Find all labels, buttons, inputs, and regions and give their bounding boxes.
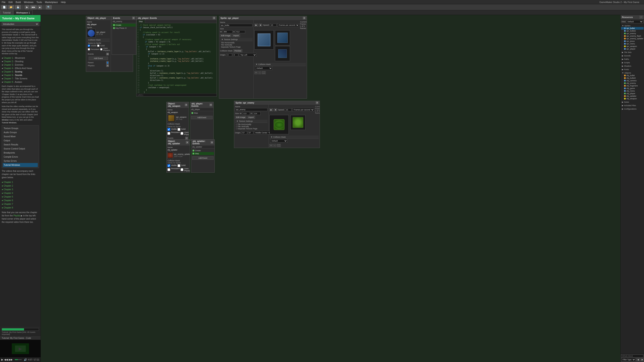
obj-splatter-physics[interactable]: [180, 167, 183, 172]
res-item-spr-weapon[interactable]: spr_weapon: [621, 45, 644, 48]
sprite-enemy-close[interactable]: ✕: [316, 101, 318, 104]
res-obj-bullet[interactable]: obj_bullet: [621, 74, 644, 77]
obj-weapon-persistent[interactable]: [168, 131, 170, 136]
chapter-link-6[interactable]: ● Chapter 6: [2, 199, 13, 202]
sprite-w-input[interactable]: [223, 30, 232, 33]
menu-marketplace[interactable]: Marketplace: [45, 1, 58, 3]
window-item-source-control[interactable]: Source Control Output: [3, 147, 38, 151]
menu-windows[interactable]: Windows: [24, 1, 34, 3]
sprite-enemy-edit[interactable]: Edit Image: [235, 116, 246, 119]
sprite-enemy-speed[interactable]: [285, 108, 292, 111]
events-settings-btn[interactable]: ⚙: [106, 53, 109, 55]
sprite-enemy-h[interactable]: [253, 112, 260, 115]
tab-workspace1[interactable]: Workspace 1: [13, 10, 33, 15]
res-shaders-header[interactable]: ▶ Shaders: [621, 65, 644, 67]
res-find-next[interactable]: ▶: [640, 358, 644, 361]
event-splatter-create[interactable]: Create: [192, 149, 214, 152]
chapter-link-2[interactable]: ● Chapter 2: [2, 185, 13, 187]
res-item-spr-bullet2[interactable]: spr_bullet2: [621, 29, 644, 32]
sprite-enemy-fps[interactable]: Frames per second: [292, 108, 314, 111]
code-editor-close[interactable]: ✕: [213, 17, 215, 19]
res-notes-header[interactable]: ▶ Notes: [621, 101, 644, 103]
chapter-link-3[interactable]: ● Chapter 3: [2, 188, 13, 191]
obj-weapon-physics[interactable]: [180, 131, 183, 136]
res-obj-camera[interactable]: obj_camera: [621, 79, 644, 82]
res-item-spr-menu[interactable]: spr_menu: [621, 42, 644, 45]
sprite-name-input[interactable]: [220, 24, 252, 27]
res-sprites-header[interactable]: ▼ Sprites: [621, 24, 644, 27]
window-item-search-results[interactable]: Search Results: [3, 143, 38, 147]
sprite-enemy-w[interactable]: [242, 112, 250, 115]
toolbar-new[interactable]: 📄: [1, 5, 7, 9]
chapter-link-1[interactable]: ● Chapter 1: [2, 181, 13, 183]
events-splatter-add[interactable]: Add Event: [192, 156, 214, 160]
res-obj-splatter[interactable]: obj_splatter: [621, 95, 644, 97]
parent-btn[interactable]: 👤: [106, 61, 109, 64]
res-view-select[interactable]: Default: [626, 20, 643, 23]
solid-checkbox[interactable]: [97, 45, 100, 47]
video-prev-btn[interactable]: ◀◀: [4, 358, 8, 361]
add-event-btn[interactable]: Add Event: [89, 57, 108, 60]
sprite-enemy-import[interactable]: Import: [247, 116, 255, 119]
video-progress-bar[interactable]: [15, 359, 22, 360]
origin-x[interactable]: [227, 53, 232, 56]
window-item-syntax-errors[interactable]: Syntax Errors: [3, 159, 38, 163]
origin-y[interactable]: [233, 53, 238, 56]
uses-physics-checkbox[interactable]: [100, 48, 102, 50]
window-item-breakpoints[interactable]: Breakpoints: [3, 151, 38, 155]
menu-build[interactable]: Build: [16, 1, 21, 3]
res-item-spr-enemy-splatter[interactable]: spr_enemy_splatter: [621, 37, 644, 40]
toolbar-open[interactable]: 📂: [8, 5, 14, 9]
menu-edit[interactable]: Edit: [8, 1, 13, 3]
chapter-link-8[interactable]: ● Chapter 8: [2, 207, 13, 209]
collision-mask-section-header[interactable]: ▼ Collision Mask: [254, 63, 306, 66]
sprite-enemy-zoom-out[interactable]: -: [273, 144, 276, 147]
window-item-texture-groups[interactable]: Texture Groups: [3, 126, 38, 130]
persistent-checkbox[interactable]: [88, 48, 90, 50]
res-obj-menu[interactable]: obj_menu: [621, 90, 644, 92]
sprite-player-close[interactable]: ✕: [303, 17, 306, 19]
sprite-play-btn[interactable]: ▶: [254, 23, 258, 26]
zoom-out-btn[interactable]: -: [258, 71, 261, 74]
res-obj-game[interactable]: obj_game: [621, 87, 644, 90]
video-volume-btn[interactable]: 🔊: [24, 358, 27, 361]
physics-btn[interactable]: ⚙: [106, 64, 109, 67]
sprite-stop-btn[interactable]: ■: [259, 23, 262, 26]
import-btn[interactable]: Import: [232, 34, 240, 37]
sprite-enemy-zoom-in[interactable]: +: [270, 144, 273, 147]
res-item-spr-bullet[interactable]: spr_bullet: [621, 27, 644, 29]
fps-select[interactable]: Frames per second: [277, 23, 299, 27]
collision-mode-select[interactable]: Default: [255, 66, 272, 70]
res-obj-player[interactable]: obj_player: [621, 92, 644, 95]
resources-add-btn[interactable]: +: [640, 16, 643, 19]
res-item-spr-jesus[interactable]: spr_jesus: [621, 40, 644, 42]
menu-help[interactable]: Help: [61, 1, 66, 3]
preview-btn[interactable]: Preview: [233, 49, 242, 52]
chapter-link-5[interactable]: ● Chapter 5: [2, 196, 13, 198]
video-next-btn[interactable]: ▶▶: [9, 358, 13, 361]
sprite-enemy-collision-header[interactable]: ▼ Collision Mask: [270, 136, 319, 139]
obj-weapon-visible[interactable]: [168, 128, 170, 131]
obj-splatter-close[interactable]: ✕: [186, 141, 188, 144]
tab-tutorial[interactable]: Tutorial: [0, 10, 13, 15]
toolbar-run[interactable]: ▶: [25, 5, 30, 9]
res-fonts-header[interactable]: ▶ Fonts: [621, 68, 644, 71]
window-item-compile-errors[interactable]: Compile Errors: [3, 155, 38, 159]
res-tilesets-header[interactable]: ▶ Tile Sets: [621, 51, 644, 54]
collision-mask-header[interactable]: Collision Mask: [87, 38, 110, 42]
res-configs-header[interactable]: ▶ Configurations: [621, 108, 644, 110]
window-item-sound-mixer[interactable]: Sound Mixer: [3, 134, 38, 139]
obj-splatter-visible[interactable]: [168, 164, 170, 167]
events-window2-close[interactable]: ✕: [210, 104, 212, 106]
edit-image-btn[interactable]: Edit Image: [220, 34, 232, 37]
res-sounds-header[interactable]: ▶ Sounds: [621, 54, 644, 57]
events-list-create[interactable]: Create: [112, 23, 136, 26]
window-item-audio-groups[interactable]: Audio Groups: [3, 130, 38, 134]
code-editor-body[interactable]: 1// Check special weapon button 2if (mou…: [136, 23, 216, 93]
texture-settings-header[interactable]: ▼ Texture Settings: [220, 38, 252, 41]
window-item-output[interactable]: Output: [3, 139, 38, 143]
toolbar-save[interactable]: 💾: [15, 5, 21, 9]
chapter-link-4[interactable]: ● Chapter 4: [2, 192, 13, 194]
toolbar-debug[interactable]: ▶▶: [30, 5, 37, 9]
code-tab-step[interactable]: Step: [136, 20, 145, 23]
